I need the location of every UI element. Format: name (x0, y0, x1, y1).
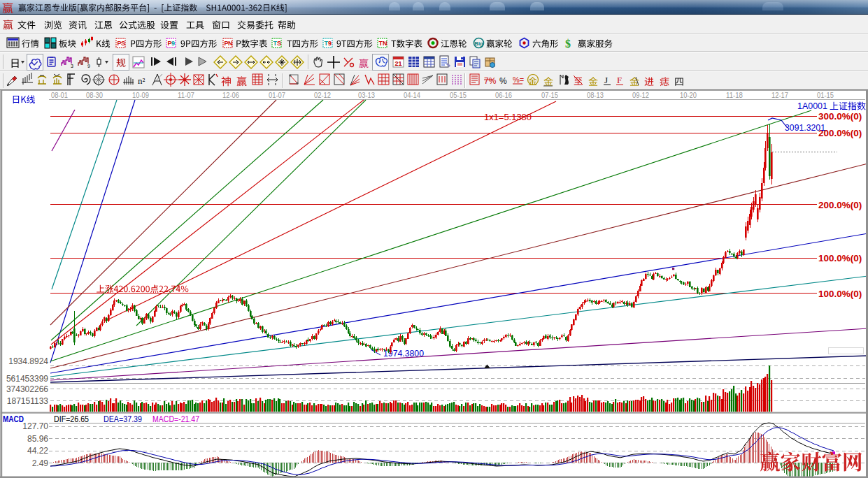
svg-text:44.22: 44.22 (27, 446, 48, 456)
svg-text:85.96: 85.96 (27, 434, 48, 444)
svg-text:J: J (604, 75, 608, 85)
svg-text:1934.8924: 1934.8924 (8, 356, 48, 366)
svg-text:561453399: 561453399 (6, 374, 48, 384)
svg-text:10-20: 10-20 (680, 91, 697, 99)
svg-text:DIF=26.65: DIF=26.65 (54, 414, 89, 424)
svg-text:100.0%(0): 100.0%(0) (818, 289, 862, 299)
svg-text:9: 9 (328, 40, 332, 47)
svg-text:200.0%(0): 200.0%(0) (818, 200, 862, 210)
svg-text:3091.3201: 3091.3201 (785, 122, 825, 133)
svg-text:127.70: 127.70 (22, 421, 48, 431)
svg-text:04-14: 04-14 (404, 91, 420, 99)
svg-text:$: $ (565, 38, 571, 50)
svg-text:01-07: 01-07 (269, 91, 285, 99)
svg-text:1A0001: 1A0001 (797, 101, 827, 111)
svg-text:%=: %= (513, 75, 524, 84)
svg-text:MACD: MACD (3, 414, 24, 424)
svg-text:1x1=5.1380: 1x1=5.1380 (484, 113, 532, 122)
svg-text:08-13: 08-13 (587, 91, 604, 99)
svg-text:300.0%(0): 300.0%(0) (818, 111, 862, 122)
svg-text:2.49: 2.49 (32, 458, 49, 468)
svg-text:05-15: 05-15 (450, 91, 467, 99)
svg-text:03-13: 03-13 (358, 91, 375, 99)
svg-text:F: F (617, 75, 622, 85)
svg-text:9: 9 (171, 40, 175, 47)
svg-text:N: N (228, 40, 233, 47)
svg-text:S: S (121, 40, 125, 47)
svg-text:n²: n² (138, 75, 145, 86)
svg-text:3: 3 (71, 64, 73, 68)
svg-text:374302266: 374302266 (6, 384, 48, 394)
svg-text:MACD=-21.47: MACD=-21.47 (152, 414, 199, 424)
svg-text:7%: 7% (484, 76, 497, 86)
svg-text:9: 9 (87, 64, 90, 68)
svg-text:08-30: 08-30 (86, 91, 103, 99)
svg-text:187151133: 187151133 (7, 396, 49, 406)
svg-text:1974.3800: 1974.3800 (383, 348, 424, 358)
svg-text:11-07: 11-07 (178, 91, 194, 99)
svg-text:S: S (277, 40, 281, 47)
svg-text:Big: Big (475, 41, 484, 47)
svg-text:100.0%(0): 100.0%(0) (818, 253, 862, 263)
svg-text:09-12: 09-12 (632, 91, 649, 99)
svg-text:N: N (383, 40, 387, 47)
svg-text:12-17: 12-17 (771, 91, 788, 99)
svg-text:21: 21 (395, 60, 402, 67)
svg-text:06-16: 06-16 (495, 91, 512, 99)
svg-text:08-01: 08-01 (51, 91, 68, 99)
svg-text:%: % (499, 76, 507, 86)
svg-text:02-12: 02-12 (314, 91, 331, 99)
svg-text:12-06: 12-06 (222, 91, 239, 99)
svg-text:DEA=37.39: DEA=37.39 (104, 414, 142, 424)
svg-text:10-09: 10-09 (132, 91, 149, 99)
svg-text:07-15: 07-15 (541, 91, 558, 99)
svg-text:11-18: 11-18 (726, 91, 743, 99)
svg-text:01-15: 01-15 (817, 91, 834, 99)
